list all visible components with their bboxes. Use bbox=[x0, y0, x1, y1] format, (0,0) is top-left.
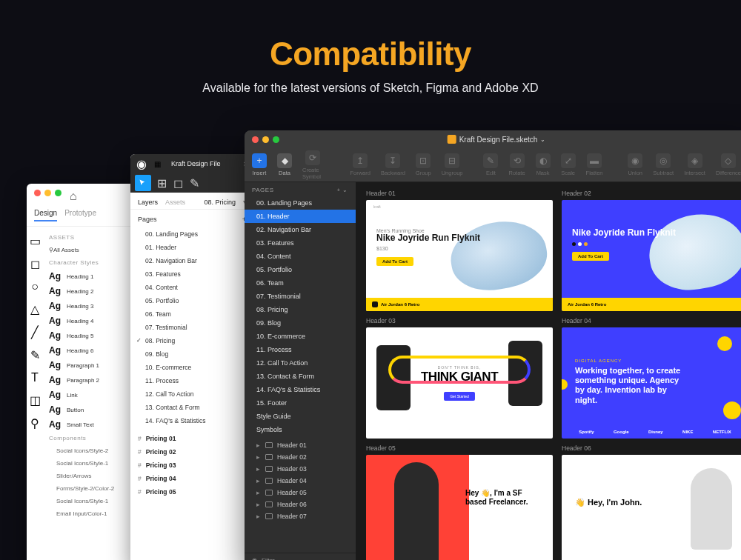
page-item[interactable]: 10. E-commerce bbox=[130, 361, 253, 374]
line-icon[interactable]: ╱ bbox=[31, 325, 39, 339]
page-item[interactable]: 00. Landing Pages bbox=[245, 196, 356, 210]
forward-icon[interactable]: ↥ bbox=[353, 153, 368, 168]
character-style-item[interactable]: AgParagraph 1 bbox=[47, 358, 141, 373]
all-assets-row[interactable]: ⚲ All Assets ▦ bbox=[47, 244, 141, 256]
page-item[interactable]: 06. Team bbox=[245, 276, 356, 290]
zoom-icon[interactable]: ⚲ bbox=[30, 416, 39, 430]
layer-item[interactable]: ▸Header 06 bbox=[245, 499, 356, 510]
page-item[interactable]: 14. FAQ's & Statistics bbox=[245, 383, 356, 396]
intersect-icon[interactable]: ◈ bbox=[688, 153, 702, 168]
character-style-item[interactable]: AgHeading 5 bbox=[47, 328, 141, 343]
disclosure-triangle-icon[interactable]: ▸ bbox=[256, 489, 261, 496]
page-item[interactable]: 02. Navigation Bar bbox=[245, 223, 356, 236]
disclosure-triangle-icon[interactable]: ▸ bbox=[256, 465, 261, 473]
page-item[interactable]: 01. Header bbox=[130, 241, 253, 254]
figma-logo-icon[interactable]: ◉ bbox=[136, 157, 147, 171]
character-style-item[interactable]: AgHeading 2 bbox=[47, 284, 141, 299]
page-item[interactable]: Symbols bbox=[245, 423, 356, 436]
component-item[interactable]: Social Icons/Style-1 bbox=[47, 457, 141, 470]
page-item[interactable]: 07. Testimonial bbox=[130, 321, 253, 334]
layer-item[interactable]: ▸Header 07 bbox=[245, 510, 356, 522]
maximize-icon[interactable] bbox=[55, 190, 62, 196]
layer-item[interactable]: ▸Header 02 bbox=[245, 451, 356, 463]
character-style-item[interactable]: AgParagraph 2 bbox=[47, 373, 141, 387]
character-style-item[interactable]: AgButton bbox=[47, 402, 141, 417]
page-item[interactable]: 11. Process bbox=[245, 343, 356, 356]
ellipse-icon[interactable]: ○ bbox=[31, 280, 39, 293]
layer-item[interactable]: ▸Header 03 bbox=[245, 463, 356, 475]
artboard-icon[interactable]: ◫ bbox=[30, 393, 41, 407]
frame-item[interactable]: #Pricing 05 bbox=[130, 485, 253, 499]
triangle-icon[interactable]: △ bbox=[30, 302, 39, 316]
artboard-header-03[interactable]: DON'T THINK BIG, THINK GIANT Get Started bbox=[366, 327, 553, 439]
page-item[interactable]: 08. Pricing bbox=[245, 303, 356, 316]
artboard-header-04[interactable]: DIGITAL AGENCY Working together, to crea… bbox=[562, 327, 741, 439]
character-style-item[interactable]: AgHeading 4 bbox=[47, 313, 141, 328]
page-item[interactable]: 13. Contact & Form bbox=[130, 401, 253, 414]
page-item[interactable]: 13. Contact & Form bbox=[245, 370, 356, 383]
disclosure-triangle-icon[interactable]: ▸ bbox=[256, 477, 261, 484]
frame-item[interactable]: #Pricing 03 bbox=[130, 459, 253, 472]
page-item[interactable]: 09. Blog bbox=[130, 347, 253, 361]
difference-icon[interactable]: ◇ bbox=[721, 153, 736, 168]
tab-assets[interactable]: Assets bbox=[165, 199, 185, 206]
close-icon[interactable] bbox=[252, 136, 259, 143]
ungroup-icon[interactable]: ⊟ bbox=[445, 153, 459, 168]
page-item[interactable]: 05. Portfolio bbox=[130, 294, 253, 307]
pen-icon[interactable]: ✎ bbox=[30, 348, 40, 362]
page-item[interactable]: 05. Portfolio bbox=[245, 263, 356, 276]
close-icon[interactable] bbox=[34, 190, 41, 196]
sketch-canvas[interactable]: Header 01 kraft Men's Running Shoe Nike … bbox=[356, 182, 741, 560]
artboard-header-05[interactable]: Hey 👋, I'm a SF based Freelancer. bbox=[366, 455, 553, 560]
page-item[interactable]: 11. Process bbox=[130, 374, 253, 387]
text-icon[interactable]: T bbox=[31, 371, 39, 384]
artboard-header-01[interactable]: kraft Men's Running Shoe Nike Joyride Ru… bbox=[366, 200, 553, 311]
scale-icon[interactable]: ⤢ bbox=[561, 153, 576, 168]
subtract-icon[interactable]: ◎ bbox=[656, 153, 671, 168]
page-item[interactable]: 12. Call To Action bbox=[130, 387, 253, 401]
page-item[interactable]: 02. Navigation Bar bbox=[130, 254, 253, 267]
frame-item[interactable]: #Pricing 04 bbox=[130, 472, 253, 485]
layer-item[interactable]: ▸Header 04 bbox=[245, 475, 356, 487]
data-icon[interactable]: ◆ bbox=[277, 153, 292, 168]
page-item[interactable]: 14. FAQ's & Statistics bbox=[130, 414, 253, 427]
character-style-item[interactable]: AgLink bbox=[47, 387, 141, 402]
backward-icon[interactable]: ↧ bbox=[385, 153, 400, 168]
move-tool-icon[interactable] bbox=[135, 175, 151, 191]
disclosure-triangle-icon[interactable]: ▸ bbox=[256, 501, 261, 508]
frame-item[interactable]: #Pricing 01 bbox=[130, 432, 253, 445]
page-item[interactable]: 03. Features bbox=[245, 236, 356, 250]
add-page-icon[interactable]: + ⌄ bbox=[337, 187, 348, 193]
select-icon[interactable]: ▭ bbox=[30, 234, 41, 248]
page-item[interactable]: 01. Header bbox=[245, 210, 356, 223]
page-item[interactable]: 09. Blog bbox=[245, 316, 356, 330]
page-item[interactable]: 15. Footer bbox=[245, 396, 356, 410]
maximize-icon[interactable] bbox=[273, 136, 279, 143]
component-item[interactable]: Email Input/Color-1 bbox=[47, 507, 141, 520]
pen-tool-icon[interactable]: ✎ bbox=[188, 177, 200, 189]
component-item[interactable]: Slider/Arrows bbox=[47, 470, 141, 482]
layer-item[interactable]: ▸Header 01 bbox=[245, 439, 356, 451]
frame-item[interactable]: #Pricing 02 bbox=[130, 445, 253, 459]
layer-item[interactable]: ▸Header 05 bbox=[245, 487, 356, 499]
insert-icon[interactable]: + bbox=[252, 153, 267, 168]
page-item[interactable]: 03. Features bbox=[130, 267, 253, 281]
rectangle-icon[interactable]: ◻ bbox=[30, 257, 40, 271]
chevron-down-icon[interactable]: ⌄ bbox=[540, 136, 545, 143]
union-icon[interactable]: ◉ bbox=[628, 153, 642, 168]
minimize-icon[interactable] bbox=[262, 136, 269, 143]
tab-layers[interactable]: Layers bbox=[138, 199, 158, 206]
component-item[interactable]: Social Icons/Style-1 bbox=[47, 495, 141, 507]
rotate-icon[interactable]: ⟲ bbox=[510, 153, 525, 168]
tab-design[interactable]: Design bbox=[34, 209, 57, 221]
artboard-header-02[interactable]: Nike Joyride Run Flyknit Add To Cart Air… bbox=[562, 200, 741, 311]
shape-tool-icon[interactable]: ◻ bbox=[172, 177, 184, 189]
artboard-header-06[interactable]: 👋 Hey, I'm John. bbox=[562, 455, 741, 560]
component-item[interactable]: Forms/Style-2/Color-2 bbox=[47, 482, 141, 495]
current-page-label[interactable]: 08. Pricing bbox=[204, 199, 236, 206]
page-item[interactable]: 08. Pricing bbox=[130, 334, 253, 347]
character-style-item[interactable]: AgSmall Text bbox=[47, 417, 141, 432]
home-icon[interactable]: ⌂ bbox=[70, 190, 77, 203]
character-style-item[interactable]: AgHeading 6 bbox=[47, 343, 141, 358]
disclosure-triangle-icon[interactable]: ▸ bbox=[256, 513, 261, 520]
